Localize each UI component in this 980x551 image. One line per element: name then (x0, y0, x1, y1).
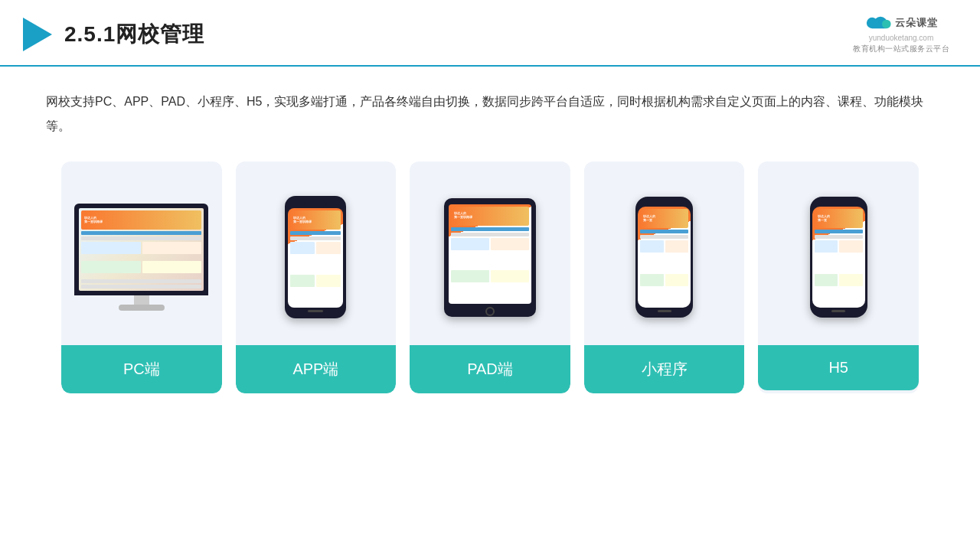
header-left: 2.5.1网校管理 (23, 18, 204, 51)
pad-card4 (491, 270, 529, 282)
app-card3 (290, 275, 315, 287)
pc-screen-detail: 职达人的第一堂职路课 (79, 208, 204, 291)
card-h5: 职达人的第一堂 (758, 161, 919, 393)
pc-screen-outer: 职达人的第一堂职路课 (74, 204, 208, 295)
pc-grid (81, 242, 201, 278)
card-h5-image: 职达人的第一堂 (758, 161, 919, 345)
pc-row3 (81, 279, 201, 283)
play-icon (23, 18, 52, 51)
logo-area: 云朵课堂 yunduoketang.com 教育机构一站式服务云平台 (853, 14, 949, 54)
app-banner: 职达人的第一堂职路课 (290, 210, 341, 230)
phone-mockup-app: 职达人的第一堂职路课 (285, 196, 346, 318)
app-card1 (290, 242, 315, 254)
mp-banner: 职达人的第一堂 (640, 209, 688, 228)
card-app-image: 职达人的第一堂职路课 (236, 161, 397, 345)
h5-card4 (839, 274, 863, 286)
header: 2.5.1网校管理 云朵课堂 yunduoketang.com 教育机构一站式服… (0, 0, 980, 67)
mp-row1 (640, 230, 688, 233)
phone-home-app (308, 310, 323, 312)
mp-grid (640, 240, 688, 305)
logo-text: 云朵课堂 (895, 16, 938, 30)
pad-banner-text: 职达人的第一堂职路课 (454, 212, 472, 220)
h5-banner: 职达人的第一堂 (815, 209, 863, 228)
card-pad: 职达人的第一堂职路课 (410, 161, 570, 393)
pc-row1 (81, 231, 201, 235)
card-pc-image: 职达人的第一堂职路课 (61, 161, 222, 345)
h5-screen-detail: 职达人的第一堂 (812, 207, 865, 308)
pad-banner: 职达人的第一堂职路课 (451, 207, 529, 226)
card-pad-label: PAD端 (410, 345, 570, 393)
mini-phone-screen-mp: 职达人的第一堂 (638, 207, 691, 308)
mini-phone-home-mp (658, 310, 671, 312)
logo-cloud: 云朵课堂 (864, 14, 938, 32)
pc-banner: 职达人的第一堂职路课 (81, 210, 201, 230)
tablet-screen: 职达人的第一堂职路课 (449, 204, 531, 304)
pc-row2 (81, 236, 201, 240)
pc-stand-neck (134, 295, 149, 305)
pc-screen-inner: 职达人的第一堂职路课 (79, 208, 204, 291)
mp-card1 (640, 240, 664, 253)
mini-phone-notch-mp (654, 201, 675, 206)
logo-url: yunduoketang.com (869, 34, 934, 42)
card-app-label: APP端 (236, 345, 397, 393)
h5-grid (815, 240, 863, 305)
pc-card3 (81, 261, 141, 273)
mini-phone-home-h5 (831, 310, 845, 312)
mp-card4 (665, 274, 689, 286)
pc-card4 (142, 261, 202, 273)
pc-mockup: 职达人的第一堂职路课 (73, 204, 211, 311)
pad-grid (451, 238, 529, 302)
cards-container: 职达人的第一堂职路课 (46, 161, 934, 393)
pad-card1 (451, 238, 489, 250)
pad-card3 (451, 270, 489, 282)
card-pc: 职达人的第一堂职路课 (61, 161, 222, 393)
app-card4 (316, 275, 341, 287)
card-pc-label: PC端 (61, 345, 222, 393)
mini-phone-h5: 职达人的第一堂 (810, 197, 867, 318)
card-miniprogram: 职达人的第一堂 (584, 161, 745, 393)
card-h5-label: H5 (758, 345, 919, 390)
pad-card2 (491, 238, 529, 250)
card-pad-image: 职达人的第一堂职路课 (410, 161, 570, 345)
app-card2 (316, 242, 341, 254)
pc-card2 (142, 242, 202, 254)
mini-phone-notch-h5 (828, 201, 849, 206)
phone-screen-app: 职达人的第一堂职路课 (288, 208, 343, 308)
mp-banner-text: 职达人的第一堂 (643, 215, 655, 223)
page-title: 2.5.1网校管理 (64, 20, 204, 49)
tablet-home (485, 307, 495, 316)
mp-card2 (665, 240, 689, 253)
app-row2 (290, 236, 341, 240)
pad-screen-detail: 职达人的第一堂职路课 (449, 204, 531, 304)
main-content: 网校支持PC、APP、PAD、小程序、H5，实现多端打通，产品各终端自由切换，数… (0, 67, 980, 409)
h5-card1 (815, 240, 838, 253)
description-text: 网校支持PC、APP、PAD、小程序、H5，实现多端打通，产品各终端自由切换，数… (46, 90, 934, 139)
app-screen-detail: 职达人的第一堂职路课 (288, 208, 343, 308)
pc-stand-base (119, 305, 165, 311)
pc-banner-text: 职达人的第一堂职路课 (84, 217, 103, 224)
mp-screen-detail: 职达人的第一堂 (638, 207, 691, 308)
logo-tagline: 教育机构一站式服务云平台 (853, 44, 949, 54)
tablet-mockup: 职达人的第一堂职路课 (444, 198, 536, 317)
svg-point-0 (882, 20, 891, 29)
mini-phone-mp: 职达人的第一堂 (635, 197, 693, 318)
app-banner-text: 职达人的第一堂职路课 (293, 217, 312, 224)
pad-row1 (451, 227, 529, 231)
cloud-icon (864, 14, 892, 32)
h5-banner-text: 职达人的第一堂 (818, 215, 830, 223)
mp-row2 (640, 235, 688, 239)
card-miniprogram-label: 小程序 (584, 345, 745, 393)
pad-row2 (451, 233, 529, 236)
phone-notch-app (304, 201, 327, 207)
h5-row1 (815, 230, 863, 233)
app-row1 (290, 231, 341, 235)
h5-card2 (839, 240, 863, 253)
card-miniprogram-image: 职达人的第一堂 (584, 161, 745, 345)
mini-phone-screen-h5: 职达人的第一堂 (812, 207, 865, 308)
app-grid (290, 242, 341, 305)
card-app: 职达人的第一堂职路课 (236, 161, 397, 393)
mp-card3 (640, 274, 664, 286)
pc-row4 (81, 285, 201, 289)
pc-card1 (81, 242, 141, 254)
h5-row2 (815, 235, 863, 239)
